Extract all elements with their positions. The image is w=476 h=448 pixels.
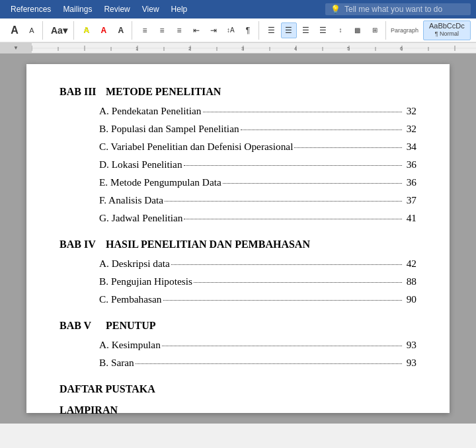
toc-dots-bab4-b <box>194 282 402 283</box>
menu-view[interactable]: View <box>137 2 165 17</box>
toc-label-bab4-b: B. Pengujian Hipotesis <box>99 274 192 289</box>
align-right-button[interactable]: ☰ <box>298 22 314 38</box>
search-bar[interactable]: 💡 <box>325 3 471 15</box>
text-effects-button[interactable]: A <box>113 22 129 38</box>
toc-page-bab3-f: 37 <box>403 193 416 208</box>
menu-mailings[interactable]: Mailings <box>58 2 97 17</box>
line-spacing-button[interactable]: ↕ <box>333 22 348 38</box>
normal-preview: AaBbCcDc <box>429 22 465 30</box>
numbering-button[interactable]: ≡ <box>154 22 170 38</box>
svg-text:4: 4 <box>294 46 297 51</box>
shading-button[interactable]: ▩ <box>350 22 366 38</box>
toc-dots-bab4-a <box>171 264 402 265</box>
toc-entry-bab3-a: A. Pendekatan Penelitian 32 <box>60 104 416 119</box>
font-color-button[interactable]: A <box>96 22 112 38</box>
toc-label-bab3-b: B. Populasi dan Sampel Penelitian <box>99 122 239 137</box>
styles-area: AaBbCcDc ¶ Normal AaBbCcDc ¶ No Spac... … <box>423 20 476 40</box>
toc-entry-bab4-a: A. Deskripsi data 42 <box>60 256 416 272</box>
increase-indent-button[interactable]: ⇥ <box>206 22 221 38</box>
toc-entry-bab5-b: B. Saran 93 <box>60 355 416 371</box>
toc-entry-bab4-b: B. Pengujian Hipotesis 88 <box>60 274 416 289</box>
toc-section-bab5: BAB V PENUTUP A. Kesimpulan 93 B. Saran … <box>60 318 416 371</box>
show-marks-button[interactable]: ¶ <box>240 22 256 38</box>
bab5-header-row: BAB V PENUTUP <box>60 318 416 334</box>
search-input[interactable] <box>344 5 463 14</box>
bullets-button[interactable]: ≡ <box>137 22 153 38</box>
toc-dots-bab3-d <box>184 165 402 166</box>
toc-page-bab3-g: 41 <box>403 211 416 226</box>
font-size-group: A A <box>4 21 43 40</box>
toc-label-bab3-e: E. Metode Pengumpulan Data <box>99 175 221 190</box>
toc-entry-bab5-a: A. Kesimpulan 93 <box>60 338 416 353</box>
toc-label-bab4-a: A. Deskripsi data <box>99 256 170 272</box>
menu-review[interactable]: Review <box>99 2 135 17</box>
document-area[interactable]: BAB III METODE PENELITIAN A. Pendekatan … <box>0 54 476 424</box>
toc-dots-bab3-c <box>294 147 402 148</box>
menu-references[interactable]: References <box>5 2 56 17</box>
toc-page-bab4-a: 42 <box>403 256 416 272</box>
highlight-button[interactable]: A <box>79 22 95 38</box>
font-size-large-a[interactable]: A <box>7 22 22 38</box>
toc-dots-bab5-a <box>162 346 402 346</box>
alignment-group: ☰ ☰ ☰ ☰ ↕ ▩ ⊞ <box>261 21 386 40</box>
toc-page-bab3-d: 36 <box>403 157 416 172</box>
style-nospace[interactable]: AaBbCcDc ¶ No Spac... <box>471 20 476 40</box>
bab3-label: BAB III <box>60 84 106 100</box>
toc-dots-bab4-c <box>163 300 402 301</box>
font-name-dropdown[interactable]: Aa▾ <box>48 22 71 38</box>
bab4-title: HASIL PENELITIAN DAN PEMBAHASAN <box>106 237 310 252</box>
toc-page-bab3-a: 32 <box>403 104 416 119</box>
toc-entry-bab3-d: D. Lokasi Penelitian 36 <box>60 157 416 172</box>
toc-section-bab3: BAB III METODE PENELITIAN A. Pendekatan … <box>60 84 416 226</box>
toc-page-bab5-b: 93 <box>403 355 416 371</box>
text-color-group: A A A <box>76 21 132 40</box>
toc-dots-bab3-e <box>223 183 402 184</box>
list-group: ≡ ≡ ≡ ⇤ ⇥ ↕A ¶ <box>134 21 259 40</box>
multilevel-button[interactable]: ≡ <box>171 22 187 38</box>
toc-dots-bab3-b <box>241 130 402 130</box>
toc-label-bab5-a: A. Kesimpulan <box>99 338 161 353</box>
menu-bar: References Mailings Review View Help 💡 <box>0 0 476 19</box>
toc-entry-bab3-c: C. Variabel Penelitian dan Defenisi Oper… <box>60 139 416 155</box>
bab5-label: BAB V <box>60 318 106 334</box>
toc-dots-bab3-g <box>184 219 402 219</box>
svg-text:2: 2 <box>188 46 191 51</box>
borders-button[interactable]: ⊞ <box>367 22 383 38</box>
toc-page-bab3-e: 36 <box>403 175 416 190</box>
ribbon: A A Aa▾ A A A ≡ ≡ ≡ ⇤ ⇥ ↕A ¶ ☰ ☰ ☰ ☰ <box>0 19 476 43</box>
toc-entry-bab3-e: E. Metode Pengumpulan Data 36 <box>60 175 416 190</box>
bab4-header-row: BAB IV HASIL PENELITIAN DAN PEMBAHASAN <box>60 237 416 252</box>
toc-label-bab4-c: C. Pembahasan <box>99 292 162 307</box>
toc-page-bab4-b: 88 <box>403 274 416 289</box>
svg-text:6: 6 <box>400 46 403 51</box>
toc-label-bab3-g: G. Jadwal Penelitian <box>99 211 182 226</box>
svg-text:1: 1 <box>136 46 138 51</box>
toc-page-bab3-c: 34 <box>403 139 416 155</box>
toc-page-bab4-c: 90 <box>403 292 416 307</box>
align-center-button[interactable]: ☰ <box>281 22 297 38</box>
justify-button[interactable]: ☰ <box>315 22 331 38</box>
bab3-title: METODE PENELITIAN <box>106 84 221 100</box>
toc-page-bab3-b: 32 <box>403 122 416 137</box>
align-left-button[interactable]: ☰ <box>264 22 280 38</box>
toc-label-bab3-c: C. Variabel Penelitian dan Defenisi Oper… <box>99 139 293 155</box>
toc-label-bab3-a: A. Pendekatan Penelitian <box>99 104 202 119</box>
bab5-title: PENUTUP <box>106 318 156 334</box>
menu-help[interactable]: Help <box>166 2 193 17</box>
bab4-label: BAB IV <box>60 237 106 252</box>
toc-dots-bab5-b <box>136 363 402 364</box>
lampiran-row: LAMPIRAN <box>60 402 416 418</box>
bab3-header-row: BAB III METODE PENELITIAN <box>60 84 416 100</box>
normal-label: ¶ Normal <box>435 30 459 38</box>
toc-entry-bab3-b: B. Populasi dan Sampel Penelitian 32 <box>60 122 416 137</box>
daftar-pustaka-row: DAFTAR PUSTAKA <box>60 381 416 397</box>
style-normal[interactable]: AaBbCcDc ¶ Normal <box>423 20 471 40</box>
toc-entry-bab3-f: F. Analisis Data 37 <box>60 193 416 208</box>
decrease-indent-button[interactable]: ⇤ <box>188 22 204 38</box>
document-page: BAB III METODE PENELITIAN A. Pendekatan … <box>26 64 450 413</box>
toc-dots-bab3-f <box>165 201 402 202</box>
toolbar-row1: A A Aa▾ A A A ≡ ≡ ≡ ⇤ ⇥ ↕A ¶ ☰ ☰ ☰ ☰ <box>0 19 476 42</box>
font-size-small-a[interactable]: A <box>24 22 40 38</box>
svg-text:3: 3 <box>241 46 244 51</box>
sort-button[interactable]: ↕A <box>223 22 239 38</box>
